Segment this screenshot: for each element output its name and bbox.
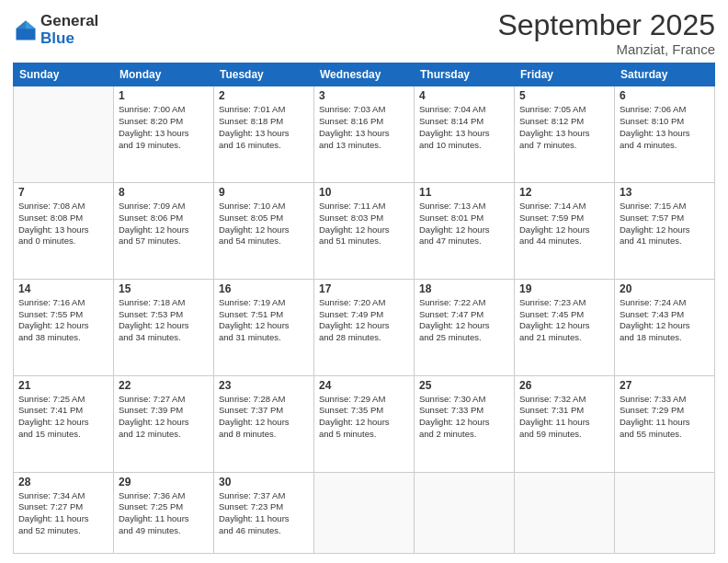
table-row: 13Sunrise: 7:15 AMSunset: 7:57 PMDayligh… <box>615 183 715 280</box>
table-row: 29Sunrise: 7:36 AMSunset: 7:25 PMDayligh… <box>114 472 214 554</box>
day-number: 16 <box>219 282 309 295</box>
table-row: 18Sunrise: 7:22 AMSunset: 7:47 PMDayligh… <box>415 279 515 375</box>
calendar-location: Manziat, France <box>497 41 715 57</box>
day-info: Sunrise: 7:16 AMSunset: 7:55 PMDaylight:… <box>18 297 108 344</box>
header-wednesday: Wednesday <box>314 63 415 86</box>
day-info: Sunrise: 7:14 AMSunset: 7:59 PMDaylight:… <box>519 201 609 247</box>
day-number: 24 <box>319 379 409 392</box>
day-number: 20 <box>620 282 710 295</box>
header-saturday: Saturday <box>615 63 715 86</box>
day-info: Sunrise: 7:32 AMSunset: 7:31 PMDaylight:… <box>519 394 609 441</box>
day-info: Sunrise: 7:04 AMSunset: 8:14 PMDaylight:… <box>419 104 509 151</box>
day-info: Sunrise: 7:28 AMSunset: 7:37 PMDaylight:… <box>219 394 309 441</box>
day-info: Sunrise: 7:20 AMSunset: 7:49 PMDaylight:… <box>319 297 409 344</box>
header: General Blue September 2025 Manziat, Fra… <box>13 9 715 57</box>
title-block: September 2025 Manziat, France <box>497 9 715 57</box>
header-tuesday: Tuesday <box>214 63 314 86</box>
table-row <box>314 472 415 554</box>
day-info: Sunrise: 7:01 AMSunset: 8:18 PMDaylight:… <box>219 104 309 151</box>
day-number: 29 <box>119 476 209 488</box>
logo-general-label: General <box>40 13 98 30</box>
day-info: Sunrise: 7:23 AMSunset: 7:45 PMDaylight:… <box>519 297 609 344</box>
page: General Blue September 2025 Manziat, Fra… <box>0 0 728 563</box>
day-info: Sunrise: 7:25 AMSunset: 7:41 PMDaylight:… <box>18 394 108 441</box>
table-row: 12Sunrise: 7:14 AMSunset: 7:59 PMDayligh… <box>515 183 615 280</box>
table-row: 26Sunrise: 7:32 AMSunset: 7:31 PMDayligh… <box>515 375 615 472</box>
day-number: 30 <box>219 476 309 488</box>
day-info: Sunrise: 7:03 AMSunset: 8:16 PMDaylight:… <box>319 104 409 151</box>
day-number: 3 <box>319 89 409 102</box>
day-number: 17 <box>319 282 409 295</box>
day-number: 21 <box>18 379 108 392</box>
day-info: Sunrise: 7:00 AMSunset: 8:20 PMDaylight:… <box>119 104 209 151</box>
weekday-header-row: Sunday Monday Tuesday Wednesday Thursday… <box>14 63 715 86</box>
day-info: Sunrise: 7:27 AMSunset: 7:39 PMDaylight:… <box>119 394 209 441</box>
table-row: 6Sunrise: 7:06 AMSunset: 8:10 PMDaylight… <box>615 86 715 183</box>
table-row: 25Sunrise: 7:30 AMSunset: 7:33 PMDayligh… <box>415 375 515 472</box>
day-number: 22 <box>119 379 209 392</box>
day-info: Sunrise: 7:15 AMSunset: 7:57 PMDaylight:… <box>620 201 710 247</box>
logo: General Blue <box>13 13 98 47</box>
table-row: 30Sunrise: 7:37 AMSunset: 7:23 PMDayligh… <box>214 472 314 554</box>
svg-marker-2 <box>17 20 27 29</box>
table-row: 24Sunrise: 7:29 AMSunset: 7:35 PMDayligh… <box>314 375 415 472</box>
table-row: 21Sunrise: 7:25 AMSunset: 7:41 PMDayligh… <box>14 375 114 472</box>
day-info: Sunrise: 7:19 AMSunset: 7:51 PMDaylight:… <box>219 297 309 344</box>
day-number: 14 <box>18 282 108 295</box>
logo-blue-label: Blue <box>40 30 98 48</box>
day-number: 23 <box>219 379 309 392</box>
table-row: 15Sunrise: 7:18 AMSunset: 7:53 PMDayligh… <box>114 279 214 375</box>
day-info: Sunrise: 7:33 AMSunset: 7:29 PMDaylight:… <box>620 394 710 441</box>
header-sunday: Sunday <box>14 63 114 86</box>
day-number: 27 <box>620 379 710 392</box>
table-row: 8Sunrise: 7:09 AMSunset: 8:06 PMDaylight… <box>114 183 214 280</box>
table-row <box>515 472 615 554</box>
table-row <box>14 86 114 183</box>
table-row: 9Sunrise: 7:10 AMSunset: 8:05 PMDaylight… <box>214 183 314 280</box>
table-row: 16Sunrise: 7:19 AMSunset: 7:51 PMDayligh… <box>214 279 314 375</box>
day-info: Sunrise: 7:36 AMSunset: 7:25 PMDaylight:… <box>119 490 209 537</box>
day-number: 28 <box>18 476 108 488</box>
header-friday: Friday <box>515 63 615 86</box>
day-number: 4 <box>419 89 509 102</box>
svg-marker-1 <box>26 20 36 29</box>
day-info: Sunrise: 7:34 AMSunset: 7:27 PMDaylight:… <box>18 490 108 537</box>
day-info: Sunrise: 7:29 AMSunset: 7:35 PMDaylight:… <box>319 394 409 441</box>
table-row: 14Sunrise: 7:16 AMSunset: 7:55 PMDayligh… <box>14 279 114 375</box>
day-number: 9 <box>219 186 309 199</box>
table-row: 5Sunrise: 7:05 AMSunset: 8:12 PMDaylight… <box>515 86 615 183</box>
day-number: 2 <box>219 89 309 102</box>
table-row: 23Sunrise: 7:28 AMSunset: 7:37 PMDayligh… <box>214 375 314 472</box>
day-info: Sunrise: 7:13 AMSunset: 8:01 PMDaylight:… <box>419 201 509 247</box>
table-row: 22Sunrise: 7:27 AMSunset: 7:39 PMDayligh… <box>114 375 214 472</box>
day-number: 1 <box>119 89 209 102</box>
table-row: 1Sunrise: 7:00 AMSunset: 8:20 PMDaylight… <box>114 86 214 183</box>
day-number: 19 <box>519 282 609 295</box>
logo-text: General Blue <box>40 13 98 47</box>
day-info: Sunrise: 7:09 AMSunset: 8:06 PMDaylight:… <box>119 201 209 247</box>
day-info: Sunrise: 7:30 AMSunset: 7:33 PMDaylight:… <box>419 394 509 441</box>
table-row: 17Sunrise: 7:20 AMSunset: 7:49 PMDayligh… <box>314 279 415 375</box>
day-number: 10 <box>319 186 409 199</box>
day-info: Sunrise: 7:37 AMSunset: 7:23 PMDaylight:… <box>219 490 309 537</box>
table-row: 11Sunrise: 7:13 AMSunset: 8:01 PMDayligh… <box>415 183 515 280</box>
day-number: 18 <box>419 282 509 295</box>
day-number: 26 <box>519 379 609 392</box>
calendar-table: Sunday Monday Tuesday Wednesday Thursday… <box>13 63 715 554</box>
logo-icon <box>13 17 39 43</box>
day-number: 5 <box>519 89 609 102</box>
day-number: 15 <box>119 282 209 295</box>
table-row <box>415 472 515 554</box>
day-number: 8 <box>119 186 209 199</box>
day-number: 12 <box>519 186 609 199</box>
table-row <box>615 472 715 554</box>
day-info: Sunrise: 7:06 AMSunset: 8:10 PMDaylight:… <box>620 104 710 151</box>
table-row: 7Sunrise: 7:08 AMSunset: 8:08 PMDaylight… <box>14 183 114 280</box>
day-info: Sunrise: 7:10 AMSunset: 8:05 PMDaylight:… <box>219 201 309 247</box>
day-number: 6 <box>620 89 710 102</box>
day-number: 7 <box>18 186 108 199</box>
day-number: 11 <box>419 186 509 199</box>
day-number: 25 <box>419 379 509 392</box>
table-row: 3Sunrise: 7:03 AMSunset: 8:16 PMDaylight… <box>314 86 415 183</box>
day-info: Sunrise: 7:05 AMSunset: 8:12 PMDaylight:… <box>519 104 609 151</box>
